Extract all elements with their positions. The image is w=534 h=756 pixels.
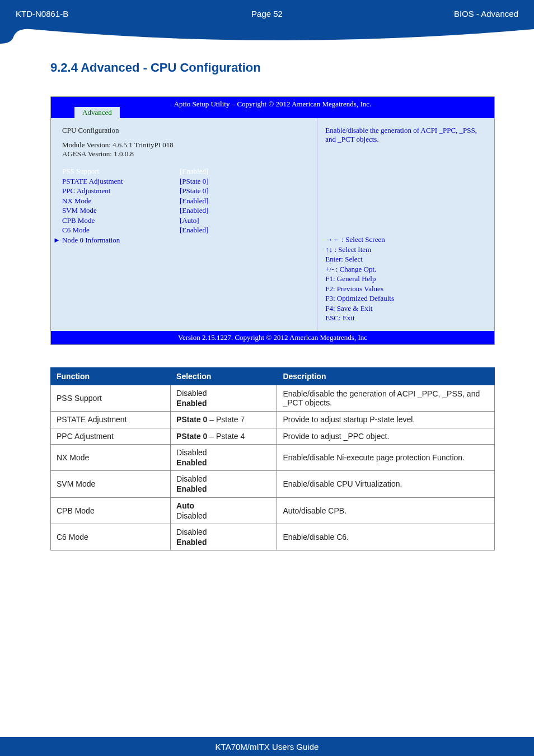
- bios-setting-row[interactable]: CPB Mode[Auto]: [62, 216, 306, 226]
- cell-function: SVM Mode: [51, 471, 171, 497]
- footer-guide: KTA70M/mITX Users Guide: [0, 737, 534, 756]
- bios-setting-key: PSS Support: [62, 166, 180, 176]
- breadcrumb: BIOS - Advanced: [351, 9, 518, 18]
- bios-agesa-line: AGESA Vesrion: 1.0.0.8: [62, 150, 306, 158]
- bios-nav-help: →← : Select Screen↑↓ : Select ItemEnter:…: [325, 235, 486, 323]
- table-row: PSTATE AdjustmentPState 0 – Pstate 7Prov…: [51, 412, 495, 428]
- bios-setting-key: CPB Mode: [62, 216, 180, 226]
- cell-function: NX Mode: [51, 444, 171, 470]
- bios-nav-line: F4: Save & Exit: [325, 304, 486, 314]
- page-number: Page 52: [183, 9, 350, 18]
- bios-nav-line: +/- : Change Opt.: [325, 264, 486, 274]
- doc-id: KTD-N0861-B: [16, 9, 183, 18]
- table-row: NX ModeDisabledEnabledEnable/disable Ni-…: [51, 444, 495, 470]
- bios-setting-key: PPC Adjustment: [62, 186, 180, 196]
- table-row: SVM ModeDisabledEnabledEnable/disable CP…: [51, 471, 495, 497]
- bios-setting-row[interactable]: NX Mode[Enabled]: [62, 196, 306, 206]
- cell-selection: DisabledEnabled: [171, 385, 277, 412]
- settings-table: Function Selection Description PSS Suppo…: [50, 367, 495, 550]
- bios-nav-line: F3: Optimized Defaults: [325, 293, 486, 304]
- bios-nav-line: F2: Previous Values: [325, 284, 486, 294]
- table-row: PPC AdjustmentPState 0 – Pstate 4Provide…: [51, 428, 495, 444]
- page-footer: KTA70M/mITX Users Guide: [0, 724, 534, 756]
- bios-setting-value: [Enabled]: [180, 225, 208, 235]
- bios-setting-value: [Enabled]: [180, 166, 208, 176]
- cell-function: PSS Support: [51, 385, 171, 412]
- bios-footer: Version 2.15.1227. Copyright © 2012 Amer…: [51, 331, 494, 344]
- th-description: Description: [277, 368, 495, 385]
- th-function: Function: [51, 368, 171, 385]
- bios-setting-key: PSTATE Adjustment: [62, 176, 180, 186]
- bios-setting-value: [Auto]: [180, 216, 199, 226]
- bios-submenu-node0[interactable]: ► Node 0 Information: [62, 235, 306, 245]
- bios-nav-line: ↑↓ : Select Item: [325, 245, 486, 255]
- bios-setting-value: [Enabled]: [180, 206, 208, 216]
- page-header: KTD-N0861-B Page 52 BIOS - Advanced: [0, 0, 534, 27]
- bios-setting-row[interactable]: PPC Adjustment[PState 0]: [62, 186, 306, 196]
- cell-description: Enable/disable Ni-execute page protectio…: [277, 444, 495, 470]
- bios-nav-line: →← : Select Screen: [325, 235, 486, 245]
- bios-tab-advanced[interactable]: Advanced: [74, 107, 120, 118]
- bios-module-line: Module Version: 4.6.5.1 TrinityPI 018: [62, 141, 306, 150]
- section-title: 9.2.4 Advanced - CPU Configuration: [50, 60, 495, 75]
- cell-description: Auto/disable CPB.: [277, 497, 495, 524]
- bios-setting-key: NX Mode: [62, 196, 180, 206]
- cell-selection: DisabledEnabled: [171, 524, 277, 550]
- th-selection: Selection: [171, 368, 277, 385]
- header-curve: [0, 27, 534, 50]
- cell-selection: DisabledEnabled: [171, 444, 277, 470]
- bios-setting-row[interactable]: SVM Mode[Enabled]: [62, 206, 306, 216]
- table-row: PSS SupportDisabledEnabledEnable/disable…: [51, 385, 495, 412]
- bios-screen: Aptio Setup Utility – Copyright © 2012 A…: [50, 96, 495, 345]
- cell-description: Enable/disable C6.: [277, 524, 495, 550]
- bios-setting-key: SVM Mode: [62, 206, 180, 216]
- bios-submenu-label: Node 0 Information: [62, 235, 180, 245]
- cell-function: PPC Adjustment: [51, 428, 171, 444]
- bios-setting-row[interactable]: PSS Support[Enabled]: [62, 166, 306, 176]
- bios-titlebar: Aptio Setup Utility – Copyright © 2012 A…: [51, 97, 494, 118]
- cell-selection: AutoDisabled: [171, 497, 277, 524]
- table-row: CPB ModeAutoDisabledAuto/disable CPB.: [51, 497, 495, 524]
- cell-function: CPB Mode: [51, 497, 171, 524]
- triangle-right-icon: ►: [53, 235, 60, 245]
- bios-setting-value: [PState 0]: [180, 186, 209, 196]
- cell-function: C6 Mode: [51, 524, 171, 550]
- cell-selection: PState 0 – Pstate 7: [171, 412, 277, 428]
- bios-heading: CPU Configuration: [62, 126, 306, 135]
- cell-description: Enable/disable CPU Virtualization.: [277, 471, 495, 497]
- cell-selection: DisabledEnabled: [171, 471, 277, 497]
- cell-description: Provide to adjust startup P-state level.: [277, 412, 495, 428]
- bios-nav-line: ESC: Exit: [325, 313, 486, 323]
- bios-setting-key: C6 Mode: [62, 225, 180, 235]
- bios-nav-line: Enter: Select: [325, 254, 486, 264]
- bios-setting-row[interactable]: PSTATE Adjustment[PState 0]: [62, 176, 306, 186]
- bios-setting-row[interactable]: C6 Mode[Enabled]: [62, 225, 306, 235]
- cell-function: PSTATE Adjustment: [51, 412, 171, 428]
- cell-description: Provide to adjust _PPC object.: [277, 428, 495, 444]
- table-row: C6 ModeDisabledEnabledEnable/disable C6.: [51, 524, 495, 550]
- cell-description: Enable/disable the generation of ACPI _P…: [277, 385, 495, 412]
- bios-setting-value: [PState 0]: [180, 176, 209, 186]
- bios-help-text: Enable/disable the generation of ACPI _P…: [325, 126, 486, 235]
- bios-nav-line: F1: General Help: [325, 274, 486, 284]
- cell-selection: PState 0 – Pstate 4: [171, 428, 277, 444]
- bios-setting-value: [Enabled]: [180, 196, 208, 206]
